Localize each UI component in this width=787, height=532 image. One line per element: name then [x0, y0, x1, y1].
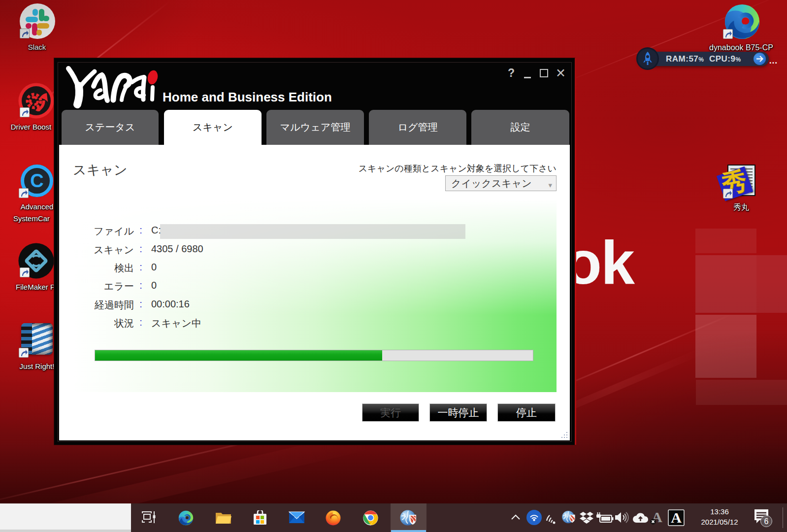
svg-text:A: A — [671, 509, 682, 526]
